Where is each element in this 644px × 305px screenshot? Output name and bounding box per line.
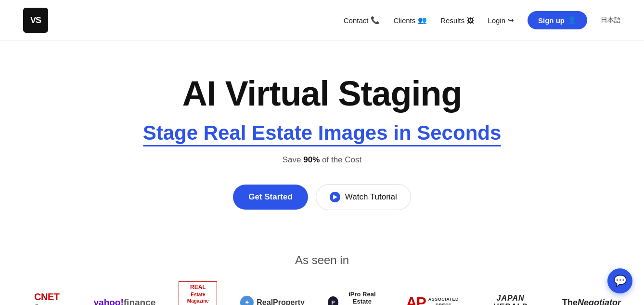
image-icon: 🖼 — [467, 16, 474, 25]
nav-clients[interactable]: Clients 👥 — [393, 16, 427, 25]
nav-contact[interactable]: Contact 📞 — [344, 16, 380, 25]
nav-results[interactable]: Results 🖼 — [440, 16, 474, 25]
yahoo-finance-logo: yahoo!finance — [94, 297, 156, 305]
watch-tutorial-button[interactable]: Watch Tutorial — [316, 184, 411, 210]
login-icon: ↪ — [508, 16, 514, 25]
ap-logo: AP ASSOCIATEDPRESS — [406, 295, 459, 305]
as-seen-in-section: As seen in CNET Japan yahoo!finance Real… — [0, 234, 644, 305]
play-triangle — [333, 195, 337, 199]
signup-button[interactable]: Sign up 👤 — [528, 11, 587, 29]
chat-button[interactable]: 💬 — [607, 268, 632, 293]
hero-title: AI Virtual Staging — [182, 75, 462, 113]
people-icon: 👥 — [418, 16, 427, 25]
hero-actions: Get Started Watch Tutorial — [233, 184, 411, 210]
hero-subtitle: Stage Real Estate Images in Seconds — [143, 121, 502, 145]
as-seen-in-title: As seen in — [23, 253, 621, 267]
cnet-logo: CNET Japan — [23, 292, 71, 305]
header: VS Contact 📞 Clients 👥 Results 🖼 Login ↪… — [0, 0, 644, 41]
chat-icon: 💬 — [614, 275, 627, 287]
play-icon — [330, 192, 340, 202]
nav-login[interactable]: Login ↪ — [488, 16, 514, 25]
hero-tagline: Save 90% of the Cost — [283, 155, 361, 165]
ipro-logo: P iPro Real Estate A Better Way of Livin… — [328, 291, 383, 305]
logos-row: CNET Japan yahoo!finance Real Estate Mag… — [23, 281, 621, 305]
hero-section: AI Virtual Staging Stage Real Estate Ima… — [0, 41, 644, 234]
real-estate-magazine-logo: Real Estate Magazine Canada's #1 news so… — [179, 281, 217, 305]
japan-herald-logo: Japan Herald — [482, 294, 539, 305]
get-started-button[interactable]: Get Started — [233, 185, 308, 210]
phone-icon: 📞 — [371, 16, 380, 25]
realproperty-logo: ✦ RealProperty — [240, 296, 305, 305]
person-plus-icon: 👤 — [567, 16, 577, 25]
language-selector[interactable]: 日本語 — [601, 16, 621, 25]
logo[interactable]: VS — [23, 8, 48, 33]
negotiator-logo: TheNegotiator — [562, 298, 621, 305]
realproperty-icon: ✦ — [240, 296, 254, 305]
main-nav: Contact 📞 Clients 👥 Results 🖼 Login ↪ Si… — [344, 11, 621, 29]
ipro-icon: P — [328, 296, 339, 305]
